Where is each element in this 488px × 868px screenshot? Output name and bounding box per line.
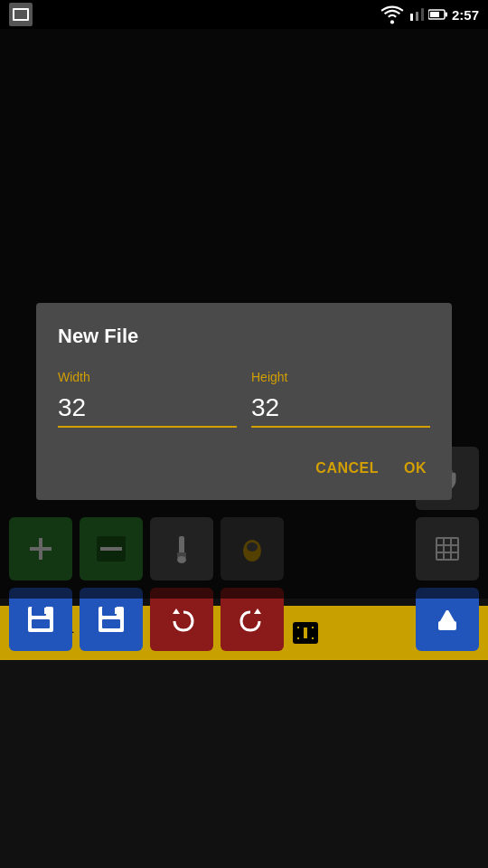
- gallery-icon: [9, 3, 33, 26]
- svg-rect-39: [438, 621, 456, 630]
- signal-icon: [408, 8, 425, 21]
- svg-marker-40: [440, 609, 455, 621]
- svg-rect-11: [311, 626, 314, 629]
- svg-rect-2: [410, 14, 413, 21]
- ok-button[interactable]: OK: [400, 455, 430, 482]
- svg-rect-25: [32, 607, 46, 616]
- width-label: Width: [58, 370, 237, 384]
- nav-film-icon[interactable]: [287, 615, 324, 651]
- status-bar: 2:57: [0, 0, 488, 29]
- svg-rect-12: [296, 637, 300, 640]
- height-label: Height: [251, 370, 430, 384]
- height-input[interactable]: [251, 390, 430, 428]
- dialog-fields: Width Height: [58, 370, 430, 428]
- svg-rect-13: [311, 637, 314, 640]
- svg-rect-4: [421, 8, 424, 21]
- dialog-buttons: CANCEL OK: [58, 455, 430, 482]
- new-file-dialog: New File Width Height CANCEL OK: [36, 303, 452, 500]
- width-input[interactable]: [58, 390, 237, 428]
- svg-marker-32: [173, 609, 180, 614]
- battery-icon: [428, 8, 448, 21]
- width-field-group: Width: [58, 370, 237, 428]
- svg-rect-31: [115, 608, 118, 614]
- svg-rect-14: [303, 627, 308, 639]
- svg-rect-7: [445, 13, 447, 17]
- height-field-group: Height: [251, 370, 430, 428]
- dialog-title: New File: [58, 325, 430, 348]
- svg-rect-29: [102, 607, 117, 616]
- svg-rect-10: [296, 626, 300, 629]
- svg-point-1: [390, 20, 394, 24]
- svg-rect-41: [446, 609, 449, 610]
- wifi-icon: [380, 2, 405, 27]
- svg-rect-26: [32, 619, 50, 628]
- cancel-button[interactable]: CANCEL: [312, 455, 382, 482]
- svg-rect-27: [44, 608, 48, 614]
- status-left: [9, 3, 33, 26]
- status-right: 2:57: [380, 2, 479, 27]
- time-display: 2:57: [452, 7, 479, 23]
- svg-rect-6: [430, 12, 439, 17]
- svg-rect-3: [416, 12, 418, 21]
- svg-marker-33: [254, 609, 261, 614]
